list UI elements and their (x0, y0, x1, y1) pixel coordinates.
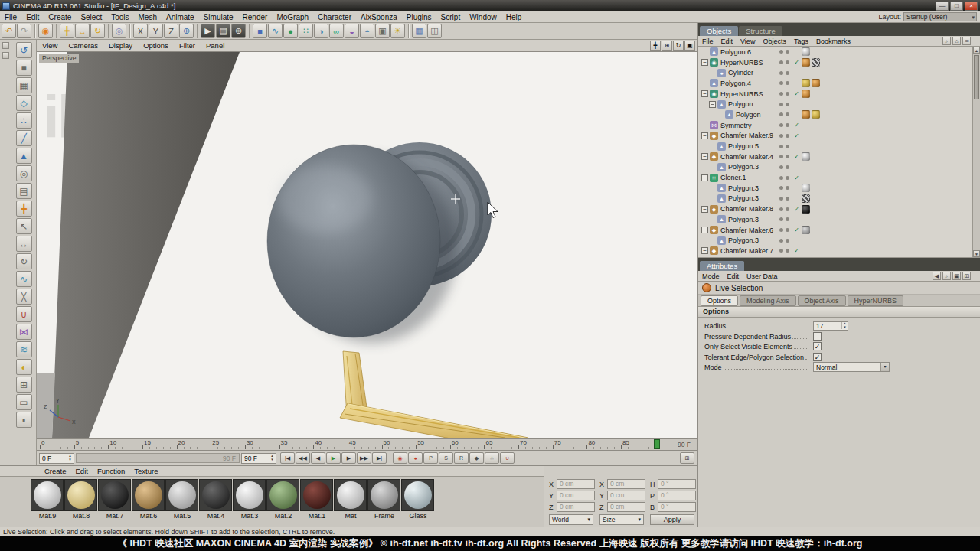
expander-icon[interactable]: − (701, 206, 708, 213)
material-menu-function[interactable]: Function (93, 465, 129, 477)
editor-visibility-dot[interactable] (779, 249, 783, 253)
menu-window[interactable]: Window (465, 11, 501, 23)
normal-move-icon[interactable]: ↖ (16, 218, 32, 234)
render-visibility-dot[interactable] (786, 155, 789, 158)
checker-tag-icon[interactable] (812, 58, 820, 67)
object-row[interactable]: ▲Polygon.3 (698, 162, 980, 173)
goto-start-button[interactable]: |◀ (280, 452, 295, 464)
objects-menu-view[interactable]: View (737, 36, 759, 47)
tolerant-edge-polygon-selection-checkbox[interactable]: ✓ (813, 353, 822, 361)
scroll-up-icon[interactable]: ▲ (973, 47, 980, 54)
menu-simulate[interactable]: Simulate (199, 11, 238, 23)
panel-menu-icon[interactable]: ≡ (962, 37, 971, 45)
menu-select[interactable]: Select (76, 11, 106, 23)
object-row[interactable]: ▲Polygon (698, 109, 980, 120)
material-menu-create[interactable]: Create (40, 465, 71, 477)
material-item[interactable]: Mat.5 (165, 479, 199, 520)
menu-animate[interactable]: Animate (162, 11, 199, 23)
timeline-slider-track[interactable]: 90 F (76, 453, 240, 463)
material-item[interactable]: Frame (368, 479, 401, 520)
yellow-tag-icon[interactable] (812, 110, 820, 119)
render-visibility-dot[interactable] (786, 123, 789, 127)
timeline-ruler[interactable]: 051015202530354045505560657075808590 F (37, 438, 697, 451)
object-row[interactable]: −◆Chamfer Maker.9✓ (698, 131, 980, 142)
snap-enable-icon[interactable]: ◐ (16, 359, 32, 375)
add-environment-icon[interactable]: ◓ (360, 24, 374, 38)
dock-grip-icon[interactable] (2, 42, 9, 49)
lock-z-axis-icon[interactable]: Z (164, 24, 178, 38)
render-visibility-dot[interactable] (786, 134, 789, 138)
make-editable-icon[interactable]: ↺ (16, 42, 32, 58)
editor-visibility-dot[interactable] (779, 112, 783, 116)
quantize-icon[interactable]: ⊞ (16, 377, 32, 393)
menu-render[interactable]: Render (238, 11, 273, 23)
tab-objects[interactable]: Objects (700, 26, 738, 36)
material-item[interactable]: Mat (334, 479, 368, 520)
coordinate-space-dropdown[interactable]: World (549, 514, 593, 525)
objects-menu-edit[interactable]: Edit (717, 36, 737, 47)
viewport-view-label[interactable]: Perspective (39, 54, 79, 63)
material-item[interactable]: Mat.6 (132, 479, 165, 520)
mode-dropdown[interactable]: Normal▾ (813, 362, 890, 372)
render-visibility-dot[interactable] (786, 207, 789, 211)
size-x-input[interactable]: 0 cm (607, 479, 645, 489)
render-visibility-dot[interactable] (786, 92, 789, 96)
attribute-section-header[interactable]: Options (698, 307, 980, 318)
viewport-solo-icon[interactable]: ▪ (16, 412, 32, 428)
object-row[interactable]: ▲Polygon.5 (698, 141, 980, 152)
enable-toggle[interactable]: ✓ (792, 247, 802, 254)
lock-icon[interactable]: ▣ (952, 272, 961, 280)
add-array-icon[interactable]: ∷ (299, 24, 313, 38)
normal-rotate-icon[interactable]: ↻ (16, 253, 32, 269)
attributes-menu-user-data[interactable]: User Data (743, 271, 782, 282)
tab-structure[interactable]: Structure (739, 26, 782, 36)
search-icon[interactable]: ⌕ (942, 272, 951, 280)
close-button[interactable]: × (965, 2, 978, 11)
gray-tag-icon[interactable] (802, 226, 810, 234)
expander-icon[interactable]: − (701, 227, 708, 233)
polygons-mode-icon[interactable]: ▲ (16, 148, 32, 164)
attributes-menu-edit[interactable]: Edit (724, 271, 743, 282)
record-keyframe-button[interactable]: ◉ (393, 452, 407, 464)
lock-x-axis-icon[interactable]: X (133, 24, 148, 38)
enable-toggle[interactable]: ✓ (792, 90, 802, 97)
render-visibility-dot[interactable] (786, 197, 789, 201)
spinner-arrows-icon[interactable]: ▲▼ (270, 455, 275, 461)
viewport-menu-view[interactable]: View (37, 41, 63, 50)
rotation-h-input[interactable]: 0 ° (658, 479, 696, 489)
add-camera-icon[interactable]: ▣ (375, 24, 390, 38)
objects-menu-objects[interactable]: Objects (759, 36, 790, 47)
menu-character[interactable]: Character (313, 11, 356, 23)
white-tag-icon[interactable] (802, 184, 810, 192)
render-visibility-dot[interactable] (786, 60, 789, 64)
render-visibility-dot[interactable] (786, 217, 789, 221)
enable-toggle[interactable]: ✓ (792, 153, 802, 160)
normal-scale-icon[interactable]: ↔ (16, 236, 32, 252)
viewport-menu-options[interactable]: Options (138, 41, 174, 50)
object-row[interactable]: −◆Chamfer Maker.4✓ (698, 152, 980, 162)
enable-toggle[interactable]: ✓ (792, 59, 802, 66)
snap-settings-icon[interactable]: ▦ (412, 24, 426, 38)
add-spline-icon[interactable]: ∿ (268, 24, 283, 38)
brush-tool-icon[interactable]: ∿ (16, 271, 32, 287)
yellow-tag-icon[interactable] (802, 79, 810, 87)
object-row[interactable]: ▲Polygon.3 (698, 214, 980, 225)
maximize-view-icon[interactable]: ▣ (684, 41, 695, 51)
animation-mode-icon[interactable]: ◎ (16, 165, 32, 181)
object-row[interactable]: ▲Polygon.3 (698, 194, 980, 204)
editor-visibility-dot[interactable] (779, 239, 783, 243)
orange-tag-icon[interactable] (812, 79, 820, 87)
rotation-p-input[interactable]: 0 ° (658, 491, 696, 500)
pressure-dependent-radius-checkbox[interactable] (813, 332, 822, 341)
add-boole-icon[interactable]: ◑ (314, 24, 328, 38)
play-button[interactable]: ▶ (326, 452, 341, 464)
dark-tag-icon[interactable] (802, 205, 810, 214)
editor-visibility-dot[interactable] (779, 81, 783, 85)
render-picture-viewer-icon[interactable]: ▤ (216, 24, 230, 38)
editor-visibility-dot[interactable] (779, 155, 783, 158)
object-row[interactable]: ⋈Symmetry✓ (698, 120, 980, 131)
record-position-button[interactable]: P (423, 452, 438, 464)
snap-magnet-button[interactable]: ∪ (500, 452, 514, 464)
add-deformer-icon[interactable]: ◒ (345, 24, 359, 38)
editor-visibility-dot[interactable] (779, 197, 783, 201)
